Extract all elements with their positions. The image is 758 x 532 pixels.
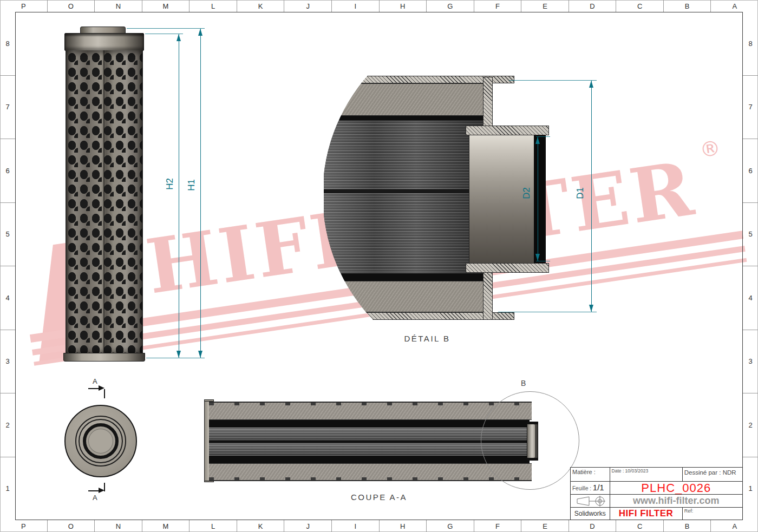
d1-dimension-line	[591, 81, 592, 312]
detail-inner-tube-top	[328, 116, 492, 121]
grid-column-label: K	[237, 0, 285, 12]
section-cut-label-top: A	[93, 377, 97, 385]
section-inner-tube-bottom	[209, 456, 530, 463]
grid-column-label: N	[95, 0, 142, 12]
grid-column-label: L	[190, 520, 237, 532]
section-cut-label-bottom: A	[93, 494, 97, 502]
section-cut-arrow-bottom	[99, 488, 104, 493]
grid-column-label: O	[48, 520, 95, 532]
grid-column-label: M	[142, 0, 190, 12]
d2-dimension-label: D2	[521, 187, 532, 199]
h2-arrow-bottom	[177, 351, 181, 358]
h1-dimension-label: H1	[186, 179, 197, 191]
d2-arrow-top	[535, 137, 540, 144]
grid-row-label: 3	[743, 330, 758, 394]
detail-inner-tube-bottom	[328, 273, 492, 281]
section-cut-arrow-top	[99, 385, 104, 391]
grid-column-label: B	[664, 0, 711, 12]
detail-oring-seal	[534, 129, 546, 269]
grid-column-label: G	[427, 0, 474, 12]
detail-bottom-end-cap	[335, 281, 492, 312]
title-block-row: Matière : Date : 10/03/2023 Dessiné par …	[571, 468, 742, 482]
top-view-end-cap	[64, 405, 137, 477]
title-block-row: www.hifi-filter.com	[571, 495, 742, 508]
website-url: www.hifi-filter.com	[610, 495, 742, 507]
grid-column-label: B	[664, 520, 711, 532]
grid-row-label: 7	[0, 76, 15, 140]
grid-column-label: P	[0, 520, 48, 532]
grid-row-label: 7	[743, 76, 758, 140]
grid-column-label: H	[380, 0, 427, 12]
top-view-seal-ring	[83, 423, 119, 459]
d1-arrow-top	[589, 81, 593, 88]
detail-outlet-sleeve	[469, 135, 535, 264]
h1-arrow-bottom	[198, 351, 202, 358]
grid-row-label: 2	[0, 393, 15, 457]
material-label: Matière :	[571, 468, 610, 481]
grid-column-label: D	[569, 0, 617, 12]
cad-drawing-page: { "grid": { "columns": ["P","O","N","M",…	[0, 0, 758, 532]
section-outer-shell-bottom	[209, 463, 532, 481]
grid-row-label: 6	[0, 139, 15, 203]
grid-row-label: 4	[0, 266, 15, 330]
grid-column-label: J	[284, 520, 332, 532]
grid-band-left: 8 7 6 5 4 3 2 1	[0, 12, 15, 520]
h1-extension-line-top	[127, 28, 205, 29]
d2-arrow-bottom	[535, 254, 540, 261]
grid-column-label: N	[95, 520, 142, 532]
grid-row-label: 2	[743, 393, 758, 457]
detail-flange-top	[466, 126, 549, 135]
grid-column-label: H	[380, 520, 427, 532]
detail-top-end-cap	[335, 83, 492, 116]
sheet-cell: Feuille : 1/1	[571, 482, 610, 494]
grid-column-label: E	[521, 0, 569, 12]
grid-column-label: E	[521, 520, 569, 532]
grid-row-label: 6	[743, 139, 758, 203]
grid-row-label: 1	[0, 457, 15, 521]
grid-column-label: J	[284, 0, 332, 12]
title-block-row: Feuille : 1/1 PLHC_0026	[571, 482, 742, 495]
grid-column-label: L	[190, 0, 237, 12]
grid-column-label: A	[711, 0, 758, 12]
projection-symbol-icon	[571, 495, 610, 507]
section-outer-shell-top	[209, 402, 532, 420]
d1-extension-line-top	[509, 80, 597, 81]
grid-row-label: 8	[743, 12, 758, 76]
front-view-top-rim	[64, 33, 144, 51]
front-view-bottom-cap	[63, 353, 145, 362]
detail-center-band	[324, 189, 492, 193]
brand-name: HIFI FILTER	[610, 508, 683, 520]
d1-arrow-bottom	[589, 305, 593, 312]
grid-column-label: D	[569, 520, 617, 532]
detail-pleated-media-lower	[324, 193, 492, 273]
part-number: PLHC_0026	[610, 482, 742, 494]
d2-extension-line-bottom	[536, 261, 550, 261]
top-view-groove-ring	[79, 419, 123, 463]
section-cut-line-top	[88, 388, 99, 389]
h2-dimension-label: H2	[165, 178, 175, 190]
grid-column-label: O	[48, 0, 95, 12]
section-shell-notches	[209, 477, 532, 480]
title-block: Matière : Date : 10/03/2023 Dessiné par …	[570, 467, 743, 520]
section-view-caption: COUPE A-A	[325, 492, 433, 502]
grid-column-label: F	[474, 0, 522, 12]
grid-row-label: 5	[0, 203, 15, 267]
grid-column-label: A	[711, 520, 758, 532]
registered-trademark-icon: ®	[698, 136, 722, 162]
grid-row-label: 3	[0, 330, 15, 394]
section-inner-tube-top	[209, 420, 530, 428]
grid-band-right: 8 7 6 5 4 3 2 1	[743, 12, 758, 520]
grid-band-bottom: P O N M L K J I H G F E D C B A	[0, 520, 758, 532]
reference-label: Ref:	[683, 508, 742, 520]
top-view-center-bore	[88, 429, 113, 454]
grid-column-label: C	[616, 0, 664, 12]
grid-column-label: F	[474, 520, 522, 532]
date-label: Date : 10/03/2023	[610, 468, 683, 481]
h1-arrow-top	[198, 29, 202, 36]
grid-column-label: I	[332, 520, 380, 532]
detail-shell-wall-top	[483, 77, 493, 128]
grid-row-label: 4	[743, 266, 758, 330]
section-cut-line-bottom	[88, 490, 99, 491]
h1-dimension-line	[200, 29, 201, 358]
grid-column-label: C	[616, 520, 664, 532]
